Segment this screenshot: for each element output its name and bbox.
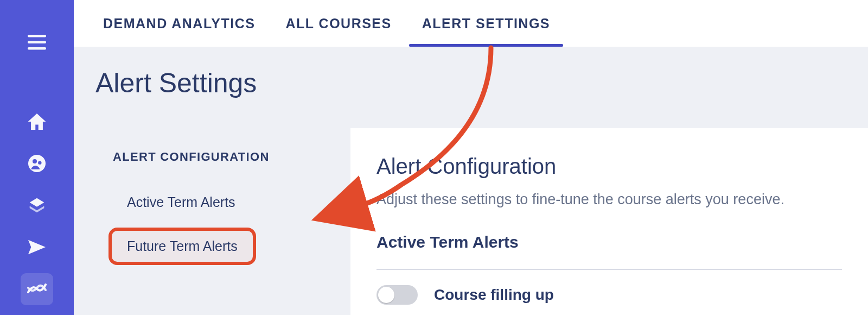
hamburger-icon xyxy=(28,35,46,50)
setting-row-course-filling: Course filling up xyxy=(376,285,842,305)
nav-layers[interactable] xyxy=(21,189,53,221)
nav-send[interactable] xyxy=(21,231,53,263)
page-title: Alert Settings xyxy=(74,47,868,99)
svg-rect-0 xyxy=(28,35,46,37)
subnav-item-future-term-alerts[interactable]: Future Term Alerts xyxy=(108,228,256,265)
send-icon xyxy=(28,240,46,255)
card-subtitle: Adjust these settings to fine-tune the c… xyxy=(376,190,842,210)
tab-alert-settings[interactable]: ALERT SETTINGS xyxy=(409,16,563,47)
page-content: Alert Settings ALERT CONFIGURATION Activ… xyxy=(74,47,868,315)
analytics-icon xyxy=(27,282,47,295)
nav-home[interactable] xyxy=(21,105,53,137)
section-title-active-term: Active Term Alerts xyxy=(376,233,842,251)
toggle-course-filling[interactable] xyxy=(376,285,418,305)
top-tabs: DEMAND ANALYTICS ALL COURSES ALERT SETTI… xyxy=(74,0,868,47)
tab-demand-analytics[interactable]: DEMAND ANALYTICS xyxy=(90,16,269,47)
alert-subnav: ALERT CONFIGURATION Active Term Alerts F… xyxy=(108,150,315,268)
menu-button[interactable] xyxy=(21,26,53,58)
svg-rect-2 xyxy=(28,47,46,50)
sidebar xyxy=(0,0,74,315)
nav-analytics[interactable] xyxy=(21,273,53,305)
toggle-knob xyxy=(378,287,394,303)
divider xyxy=(376,269,842,270)
people-circle-icon xyxy=(28,155,46,172)
card-title: Alert Configuration xyxy=(376,154,842,179)
svg-point-5 xyxy=(38,161,41,164)
layers-icon xyxy=(28,197,46,214)
alert-config-card: Alert Configuration Adjust these setting… xyxy=(350,128,868,315)
tab-all-courses[interactable]: ALL COURSES xyxy=(273,16,405,47)
subnav-item-active-term-alerts[interactable]: Active Term Alerts xyxy=(108,184,254,221)
subnav-heading: ALERT CONFIGURATION xyxy=(108,150,315,180)
home-icon xyxy=(28,114,46,130)
nav-people[interactable] xyxy=(21,147,53,179)
svg-rect-1 xyxy=(28,41,46,43)
svg-point-4 xyxy=(33,159,37,163)
svg-point-3 xyxy=(28,155,46,172)
setting-label-course-filling: Course filling up xyxy=(434,285,554,304)
